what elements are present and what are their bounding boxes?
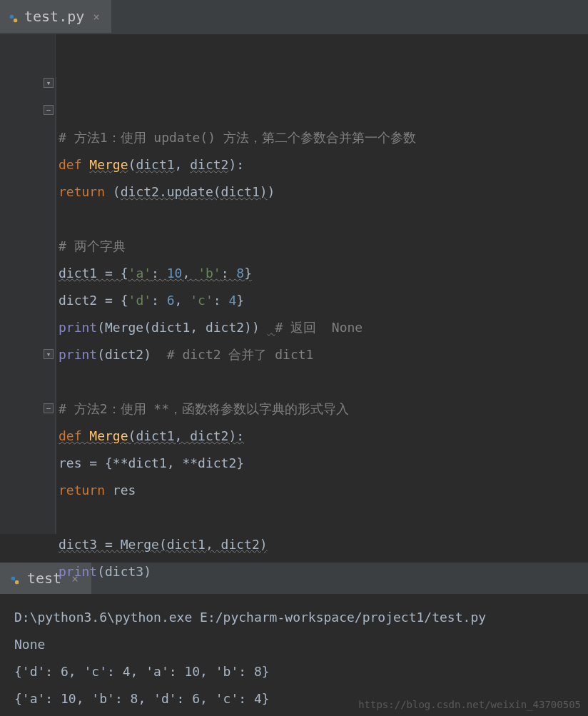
fold-expand-icon[interactable]: −: [44, 403, 54, 413]
console-line: None: [14, 631, 574, 658]
close-icon[interactable]: ×: [90, 10, 103, 24]
console-line: D:\python3.6\python.exe E:/pycharm-works…: [14, 604, 574, 631]
code-line[interactable]: def Merge(dict1, dict2):: [59, 151, 585, 178]
fold-collapse-icon[interactable]: ▾: [44, 78, 54, 88]
code-line[interactable]: dict1 = {'a': 10, 'b': 8}: [59, 260, 585, 287]
python-file-icon: [9, 11, 19, 21]
console-tab-name: test: [27, 570, 61, 587]
fold-collapse-icon[interactable]: ▾: [44, 349, 54, 359]
editor-tab-bar: test.py ×: [0, 0, 588, 34]
code-line[interactable]: print(Merge(dict1, dict2)) # 返回 None: [59, 314, 585, 341]
code-line[interactable]: [59, 368, 585, 395]
code-line[interactable]: # 方法1：使用 update() 方法，第二个参数合并第一个参数: [59, 124, 585, 151]
code-line[interactable]: [59, 206, 585, 233]
watermark: https://blog.csdn.net/weixin_43700505: [358, 699, 581, 710]
tab-filename: test.py: [24, 8, 84, 25]
console-output[interactable]: D:\python3.6\python.exe E:/pycharm-works…: [0, 594, 588, 716]
code-line[interactable]: return res: [59, 477, 585, 504]
code-line[interactable]: dict2 = {'d': 6, 'c': 4}: [59, 287, 585, 314]
code-editor[interactable]: # 方法1：使用 update() 方法，第二个参数合并第一个参数def Mer…: [56, 34, 588, 534]
gutter: ▾−▾−: [0, 34, 56, 534]
code-line[interactable]: dict3 = Merge(dict1, dict2): [59, 531, 585, 558]
code-line[interactable]: return (dict2.update(dict1)): [59, 178, 585, 206]
code-line[interactable]: [59, 504, 585, 531]
code-line[interactable]: res = {**dict1, **dict2}: [59, 450, 585, 477]
file-tab[interactable]: test.py ×: [0, 0, 111, 34]
python-run-icon: [10, 573, 20, 583]
code-line[interactable]: print(dict3): [59, 558, 585, 585]
svg-rect-2: [11, 577, 15, 580]
svg-rect-0: [10, 15, 14, 19]
fold-expand-icon[interactable]: −: [44, 105, 54, 115]
code-line[interactable]: print(dict2) # dict2 合并了 dict1: [59, 341, 585, 368]
editor-area: ▾−▾− # 方法1：使用 update() 方法，第二个参数合并第一个参数de…: [0, 34, 588, 534]
code-line[interactable]: # 两个字典: [59, 233, 585, 260]
svg-rect-1: [14, 19, 17, 22]
code-line[interactable]: def Merge(dict1, dict2):: [59, 423, 585, 450]
code-line[interactable]: # 方法2：使用 **，函数将参数以字典的形式导入: [59, 395, 585, 423]
svg-rect-3: [15, 580, 19, 584]
console-line: {'d': 6, 'c': 4, 'a': 10, 'b': 8}: [14, 658, 574, 685]
